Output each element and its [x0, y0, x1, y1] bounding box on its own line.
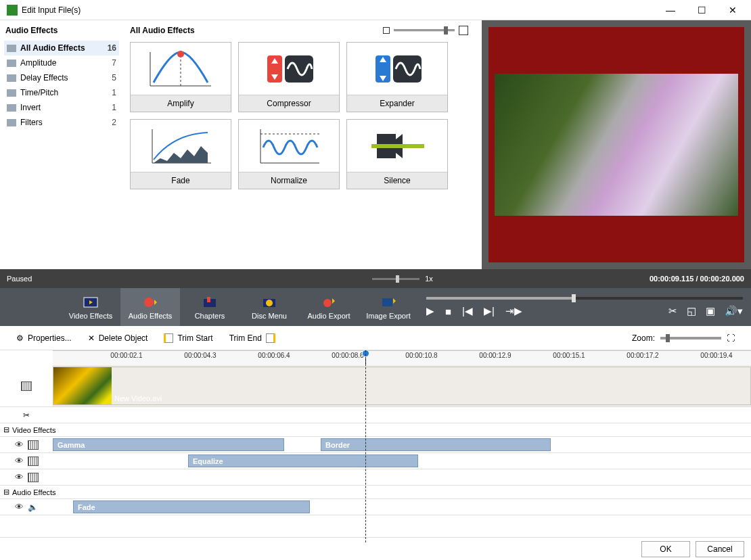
clip-border[interactable]: Border [321, 438, 551, 451]
effect-fade[interactable]: Fade [130, 119, 231, 189]
tab-audio-effects[interactable]: Audio Effects [120, 288, 180, 326]
tab-disc-menu[interactable]: Disc Menu [240, 288, 299, 326]
svg-point-21 [266, 300, 273, 306]
effects-main-pane: All Audio Effects Amplify Compressor Exp… [123, 20, 482, 269]
timeline-ruler[interactable]: 00:00:02.1 00:00:04.3 00:00:06.4 00:00:0… [53, 350, 751, 365]
play-button[interactable]: ▶ [426, 305, 434, 317]
clip-equalize[interactable]: Equalize [188, 454, 418, 467]
image-export-icon [380, 295, 397, 310]
preview-video[interactable] [488, 27, 744, 262]
timeline: 00:00:02.1 00:00:04.3 00:00:06.4 00:00:0… [0, 350, 751, 542]
svg-rect-19 [207, 297, 210, 302]
effect-track-3[interactable]: 👁 [0, 469, 751, 486]
volume-icon[interactable]: 🔊▾ [725, 305, 743, 317]
tab-video-effects[interactable]: Video Effects [61, 288, 120, 326]
effect-silence[interactable]: Silence [346, 119, 448, 189]
effect-track-1[interactable]: 👁 Gamma Border [0, 437, 751, 453]
play-section-button[interactable]: ⇥▶ [505, 305, 522, 317]
playback-speed: 1x [425, 275, 433, 283]
scissors-icon[interactable]: ✂ [23, 411, 30, 420]
fit-zoom-icon[interactable]: ⛶ [727, 333, 735, 343]
tab-chapters[interactable]: Chapters [180, 288, 240, 326]
clip-gamma[interactable]: Gamma [53, 438, 284, 451]
speed-slider[interactable] [372, 278, 419, 280]
svg-marker-25 [393, 298, 396, 304]
video-track[interactable]: New Video.avi [0, 365, 751, 407]
collapse-icon[interactable]: ⊟ [3, 488, 9, 496]
thumbnail-size-slider[interactable] [383, 26, 468, 35]
effect-track-2[interactable]: 👁 Equalize [0, 453, 751, 469]
video-effects-group[interactable]: ⊟ Video Effects [0, 423, 751, 437]
sidebar-item-delay[interactable]: Delay Effects 5 [4, 70, 119, 85]
svg-marker-23 [332, 298, 335, 304]
gear-icon: ⚙ [16, 333, 24, 343]
dialog-buttons: OK Cancel [0, 537, 751, 560]
filmstrip-icon [28, 457, 39, 466]
trim-end-icon [266, 333, 275, 343]
video-effects-icon [82, 295, 99, 310]
eye-icon[interactable]: 👁 [15, 472, 24, 482]
speaker-icon: 🔈 [28, 503, 38, 512]
effect-compressor[interactable]: Compressor [238, 42, 340, 112]
close-button[interactable]: ✕ [717, 0, 748, 20]
sidebar-item-timepitch[interactable]: Time/Pitch 1 [4, 85, 119, 100]
eye-icon[interactable]: 👁 [15, 502, 24, 512]
svg-point-1 [177, 51, 184, 57]
trim-start-button[interactable]: Trim Start [164, 333, 212, 343]
maximize-button[interactable]: ☐ [686, 0, 717, 20]
properties-button[interactable]: ⚙ Properties... [16, 333, 72, 343]
thumb-slider-track[interactable] [394, 29, 455, 32]
effect-normalize[interactable]: Normalize [238, 119, 340, 189]
sidebar-item-invert[interactable]: Invert 1 [4, 100, 119, 115]
minimize-button[interactable]: — [655, 0, 686, 20]
audio-effect-track-1[interactable]: 👁🔈 Fade [0, 499, 751, 515]
titlebar: Edit Input File(s) — ☐ ✕ [0, 0, 751, 20]
filmstrip-icon [21, 381, 32, 391]
tab-audio-export[interactable]: Audio Export [299, 288, 359, 326]
prev-frame-button[interactable]: |◀ [462, 305, 473, 317]
seek-area: ▶ ■ |◀ ▶| ⇥▶ ✂ ◱ ▣ 🔊▾ [418, 288, 751, 326]
folder-icon [7, 74, 16, 82]
next-frame-button[interactable]: ▶| [484, 305, 495, 317]
video-clip[interactable]: New Video.avi [53, 367, 751, 405]
crop-icon[interactable]: ◱ [687, 305, 696, 317]
stop-button[interactable]: ■ [445, 306, 451, 317]
sidebar-heading: Audio Effects [4, 26, 119, 35]
svg-point-22 [323, 299, 332, 307]
seek-bar[interactable] [426, 297, 743, 300]
clip-thumbnail [53, 367, 112, 404]
delete-object-button[interactable]: ✕ Delete Object [88, 333, 148, 343]
sidebar-item-amplitude[interactable]: Amplitude 7 [4, 55, 119, 70]
eye-icon[interactable]: 👁 [15, 456, 24, 466]
effect-amplify[interactable]: Amplify [130, 42, 231, 112]
svg-rect-13 [371, 144, 424, 148]
sidebar-item-filters[interactable]: Filters 2 [4, 115, 119, 130]
zoom-label: Zoom: [632, 333, 655, 343]
zoom-slider[interactable] [660, 337, 721, 340]
playback-time: 00:00:09.115 / 00:00:20.000 [445, 275, 744, 283]
snapshot-icon[interactable]: ▣ [706, 305, 715, 317]
delete-icon: ✕ [88, 333, 95, 343]
effect-expander[interactable]: Expander [346, 42, 448, 112]
playback-status-bar: Paused 1x 00:00:09.115 / 00:00:20.000 [0, 269, 751, 288]
folder-icon [7, 104, 16, 112]
cancel-button[interactable]: Cancel [696, 541, 744, 557]
scissors-track: ✂ [0, 407, 751, 423]
eye-icon[interactable]: 👁 [15, 440, 24, 450]
cut-icon[interactable]: ✂ [668, 305, 677, 317]
clip-fade[interactable]: Fade [73, 500, 310, 513]
folder-icon [7, 60, 16, 67]
trim-end-button[interactable]: Trim End [229, 333, 275, 343]
tab-image-export[interactable]: Image Export [359, 288, 418, 326]
ok-button[interactable]: OK [641, 541, 690, 557]
audio-effects-group[interactable]: ⊟ Audio Effects [0, 486, 751, 499]
folder-icon [7, 119, 16, 126]
folder-icon [7, 45, 16, 52]
svg-point-16 [144, 298, 154, 307]
folder-icon [7, 89, 16, 97]
playhead-line [365, 350, 366, 542]
sidebar-item-all[interactable]: All Audio Effects 16 [4, 41, 119, 55]
playback-status: Paused [7, 275, 68, 283]
trim-start-icon [164, 333, 173, 343]
collapse-icon[interactable]: ⊟ [3, 425, 9, 434]
